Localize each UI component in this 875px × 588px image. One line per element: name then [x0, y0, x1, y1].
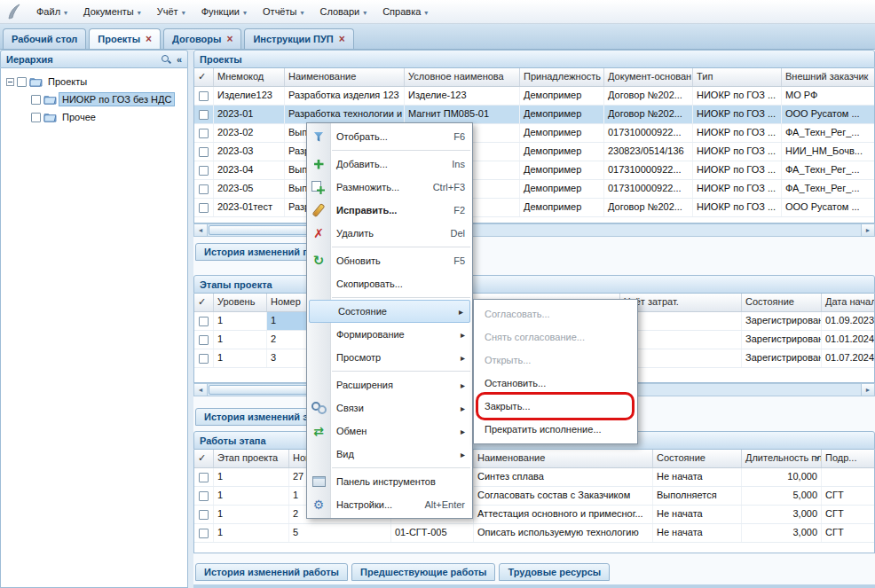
context-menu-item[interactable]: Исправить... F2	[307, 199, 472, 222]
column-header[interactable]: Длительность план	[742, 450, 822, 467]
checkbox[interactable]	[199, 166, 209, 176]
hierarchy-tree: Проекты НИОКР по ГОЗ без НДС	[0, 68, 188, 588]
table-row[interactable]: Изделие123 Разработка изделия 123 Издели…	[194, 87, 874, 106]
context-menu-item[interactable]: Расширения	[307, 373, 472, 396]
checkbox[interactable]	[199, 184, 209, 194]
submenu-item[interactable]: Прекратить исполнение...	[474, 418, 637, 441]
context-menu-item[interactable]: Состояние	[309, 300, 470, 323]
table-row[interactable]: 2023-01тест Разр ый маг... Демопример До…	[194, 199, 874, 217]
submenu-item[interactable]: Открыть...	[474, 349, 637, 372]
scroll-right-button[interactable]	[861, 384, 874, 396]
scroll-left-button[interactable]	[194, 224, 208, 236]
context-menu-item[interactable]: Просмотр	[307, 346, 472, 369]
context-menu-item[interactable]: Добавить... Ins	[307, 153, 472, 176]
tab-close-icon[interactable]	[339, 33, 345, 45]
tree-item[interactable]: НИОКР по ГОЗ без НДС	[1, 90, 187, 108]
tree-item[interactable]: Прочее	[1, 108, 187, 126]
table-row[interactable]: 1 27 Синтез сплава Не начата 10,000	[194, 468, 874, 487]
column-header[interactable]: Дата начала план	[822, 294, 874, 311]
tab-close-icon[interactable]	[226, 33, 233, 45]
submenu-item[interactable]: Закрыть...	[474, 395, 637, 418]
bottom-tab[interactable]: Трудовые ресурсы	[499, 563, 610, 581]
menubar-item[interactable]: Файл	[28, 2, 75, 21]
context-menu-item[interactable]: Обновить F5	[307, 249, 472, 272]
context-menu-item[interactable]: Отобрать... F6	[307, 125, 472, 148]
table-row[interactable]: 2023-03 Разр 23/269 Демопример 230823/05…	[194, 143, 874, 161]
table-row[interactable]: 1 2 Аттестация основного и примесног... …	[194, 506, 874, 524]
table-row[interactable]: 2023-04 Вып Демопример 017310000922... Н…	[194, 161, 874, 180]
checkbox[interactable]	[31, 95, 41, 105]
context-menu-item[interactable]: Размножить... Ctrl+F3	[307, 176, 472, 199]
context-menu-item[interactable]: Формирование	[307, 323, 472, 346]
bottom-tab[interactable]: История изменений работы	[195, 563, 348, 581]
context-menu-item[interactable]: Настройки... Alt+Enter	[307, 493, 472, 516]
submenu-item[interactable]: Остановить...	[474, 372, 637, 395]
column-header[interactable]: Тип	[693, 68, 782, 86]
scroll-left-button[interactable]	[194, 384, 208, 396]
column-header[interactable]: Состояние	[653, 450, 742, 467]
checkbox[interactable]	[199, 129, 209, 138]
menubar-item[interactable]: Документы	[75, 2, 149, 21]
tree-item[interactable]: Проекты	[1, 73, 187, 90]
checkbox[interactable]	[199, 317, 209, 326]
column-header[interactable]: Учёт затрат.	[620, 294, 742, 311]
menubar-item[interactable]: Учёт	[149, 2, 193, 21]
scroll-right-button[interactable]	[861, 224, 874, 236]
checkbox[interactable]	[199, 203, 209, 213]
column-header[interactable]: Номер	[267, 294, 307, 311]
tab-close-icon[interactable]	[146, 33, 152, 45]
menubar-item[interactable]: Отчёты	[255, 2, 311, 21]
context-menu-item[interactable]: Панель инструментов	[307, 470, 472, 493]
context-menu-item[interactable]: Удалить Del	[307, 222, 472, 245]
context-menu-item[interactable]: Обмен	[307, 419, 472, 443]
checkbox[interactable]	[199, 91, 209, 101]
checkbox[interactable]	[199, 147, 209, 157]
column-header[interactable]: Уровень	[214, 294, 267, 311]
tab[interactable]: Проекты	[89, 28, 161, 49]
column-header[interactable]: Мнемокод	[214, 68, 285, 86]
checkbox[interactable]	[17, 77, 27, 87]
checkbox[interactable]	[199, 473, 209, 482]
column-header[interactable]: Принадлежность	[520, 68, 604, 86]
tree-expander-icon[interactable]	[6, 78, 14, 86]
checkbox[interactable]	[199, 491, 209, 501]
column-header[interactable]: Условное наименова	[405, 68, 520, 86]
menubar-item[interactable]: Справка	[374, 2, 436, 21]
checkbox[interactable]	[199, 110, 209, 120]
context-menu-item[interactable]: Связи	[307, 396, 472, 419]
submenu-item[interactable]: Согласовать...	[474, 302, 637, 325]
bottom-tab[interactable]: Предшествующие работы	[351, 563, 495, 581]
column-header[interactable]: Подр...	[822, 450, 874, 467]
table-row[interactable]: 2023-05 Вып Демопример 017310000922... Н…	[194, 180, 874, 199]
column-header[interactable]: ✓	[194, 68, 214, 86]
column-header[interactable]: Этап проекта	[214, 450, 289, 467]
table-row[interactable]: 2023-01 Разработка технологии и Магнит П…	[194, 106, 874, 124]
table-row[interactable]: 1 1 Согласовать состав с Заказчиком Выпо…	[194, 487, 874, 506]
table-row[interactable]: 1 5 01-СГТ-005 Описать используемую техн…	[194, 524, 874, 543]
column-header[interactable]: Наименование	[474, 450, 653, 467]
table-row[interactable]: 2023-02 Вып -ЭМС Демопример 017310000922…	[194, 124, 874, 143]
menubar-item[interactable]: Функции	[193, 2, 255, 21]
tab[interactable]: Инструкции ПУП	[244, 28, 353, 49]
column-header[interactable]: Наименование	[285, 68, 405, 86]
column-header[interactable]: Состояние	[742, 294, 822, 311]
submenu-item[interactable]: Снять согласование...	[474, 325, 637, 349]
menubar-item[interactable]: Словари	[311, 2, 374, 21]
checkbox[interactable]	[199, 354, 209, 364]
horizontal-scrollbar[interactable]	[193, 223, 875, 237]
context-menu-item[interactable]: Вид	[307, 443, 472, 466]
tab[interactable]: Договоры	[163, 28, 241, 49]
context-menu-item[interactable]: Скопировать...	[307, 272, 472, 295]
column-header[interactable]: ✓	[194, 450, 214, 467]
column-header[interactable]: Документ-основан	[604, 68, 693, 86]
collapse-panel-icon[interactable]	[177, 54, 182, 65]
checkbox[interactable]	[199, 510, 209, 520]
checkbox[interactable]	[31, 113, 41, 122]
tree-item-label: НИОКР по ГОЗ без НДС	[59, 93, 174, 106]
search-icon[interactable]	[161, 54, 171, 65]
tab[interactable]: Рабочий стол	[3, 28, 86, 49]
column-header[interactable]: ✓	[194, 294, 214, 311]
column-header[interactable]: Внешний заказчик	[782, 68, 874, 86]
checkbox[interactable]	[199, 335, 209, 345]
checkbox[interactable]	[199, 529, 209, 538]
